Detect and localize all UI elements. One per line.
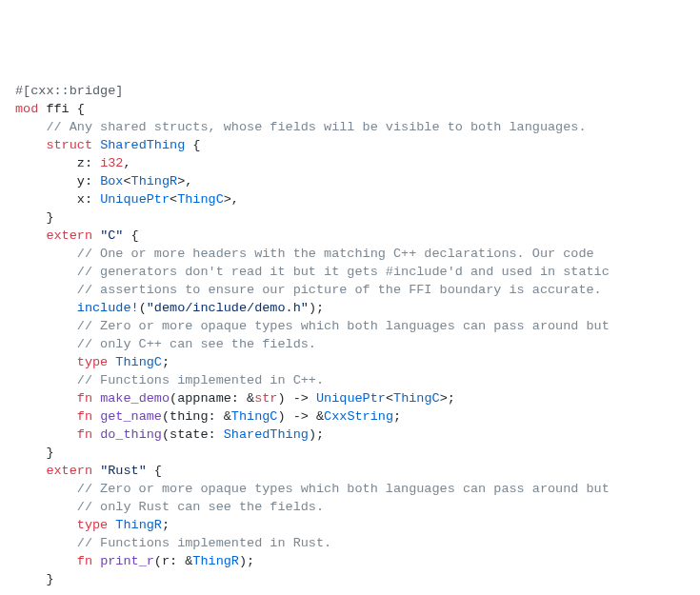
t: Box	[100, 174, 123, 188]
t: "demo/include/demo.h"	[147, 301, 309, 315]
t: ThingC	[231, 409, 278, 424]
t	[15, 247, 77, 261]
t: fn	[77, 409, 92, 424]
t	[15, 228, 46, 243]
t: str	[254, 391, 277, 406]
t	[15, 265, 77, 279]
t	[92, 409, 100, 424]
t: x:	[15, 192, 100, 207]
t	[15, 482, 77, 496]
t: CxxString	[324, 409, 393, 424]
t: ,	[123, 156, 130, 170]
t	[15, 500, 77, 514]
t	[15, 301, 77, 315]
t: );	[309, 427, 324, 442]
t: #[cxx::bridge]	[15, 84, 123, 98]
t: get_name	[100, 409, 162, 424]
t	[92, 138, 100, 152]
t: SharedThing	[100, 138, 185, 152]
t: "C"	[100, 228, 123, 243]
t: }	[15, 572, 54, 586]
t: // only Rust can see the fields.	[77, 500, 324, 514]
t: <	[123, 174, 130, 188]
t: >,	[177, 174, 192, 188]
t: type	[77, 355, 108, 369]
t: (state:	[162, 427, 224, 442]
t: (r: &	[154, 554, 193, 568]
t: // generators don't read it but it gets …	[77, 265, 610, 279]
t: <	[170, 192, 177, 207]
t: include!	[77, 301, 139, 315]
t: // Zero or more opaque types which both …	[77, 319, 610, 333]
t: <	[386, 391, 393, 406]
t	[15, 337, 77, 351]
t: {	[147, 464, 162, 478]
t	[15, 427, 77, 442]
t	[92, 391, 100, 406]
t: UniquePtr	[316, 391, 386, 406]
t: );	[309, 301, 324, 315]
t: ThingR	[131, 174, 178, 188]
t: ;	[162, 355, 170, 369]
t: mod	[15, 102, 38, 116]
t: fn	[77, 391, 92, 406]
t: UniquePtr	[100, 192, 170, 207]
t: (	[139, 301, 147, 315]
t: ThingR	[192, 554, 239, 568]
t	[15, 355, 77, 369]
t: >,	[224, 192, 239, 207]
t	[15, 464, 46, 478]
code-block: #[cxx::bridge]mod ffi { // Any shared st…	[15, 82, 685, 588]
t: // Functions implemented in Rust.	[77, 536, 331, 550]
t: >;	[440, 391, 455, 406]
t: ThingR	[115, 518, 162, 532]
t: // Zero or more opaque types which both …	[77, 482, 610, 496]
t: ffi {	[38, 102, 85, 116]
t: ) ->	[277, 391, 316, 406]
t: ThingC	[177, 192, 224, 207]
t	[92, 228, 100, 243]
t: extern	[46, 228, 92, 243]
t: print_r	[100, 554, 154, 568]
t	[15, 373, 77, 387]
t: type	[77, 518, 108, 532]
t	[92, 464, 100, 478]
t: struct	[46, 138, 92, 152]
t	[15, 409, 77, 424]
t: fn	[77, 427, 92, 442]
t: ) -> &	[277, 409, 324, 424]
t: }	[15, 210, 54, 225]
t	[15, 536, 77, 550]
t: ThingC	[115, 355, 162, 369]
t	[15, 554, 77, 568]
t: // Functions implemented in C++.	[77, 373, 324, 387]
t	[15, 319, 77, 333]
t: // only C++ can see the fields.	[77, 337, 316, 351]
t: do_thing	[100, 427, 162, 442]
t: "Rust"	[100, 464, 147, 478]
t: ;	[162, 518, 170, 532]
t: extern	[46, 464, 92, 478]
t: z:	[15, 156, 100, 170]
t: (thing: &	[162, 409, 231, 424]
t: }	[15, 446, 54, 460]
t: );	[239, 554, 254, 568]
t: // One or more headers with the matching…	[77, 247, 594, 261]
t: SharedThing	[224, 427, 309, 442]
t: {	[123, 228, 138, 243]
t	[15, 518, 77, 532]
t: ;	[393, 409, 401, 424]
t: // Any shared structs, whose fields will…	[46, 120, 586, 134]
t	[92, 427, 100, 442]
t: i32	[100, 156, 123, 170]
t: make_demo	[100, 391, 170, 406]
t	[15, 283, 77, 297]
t	[15, 138, 46, 152]
t: (appname: &	[170, 391, 254, 406]
t	[92, 554, 100, 568]
t: fn	[77, 554, 92, 568]
t: ThingC	[393, 391, 440, 406]
t: y:	[15, 174, 100, 188]
t: // assertions to ensure our picture of t…	[77, 283, 602, 297]
t: {	[185, 138, 200, 152]
